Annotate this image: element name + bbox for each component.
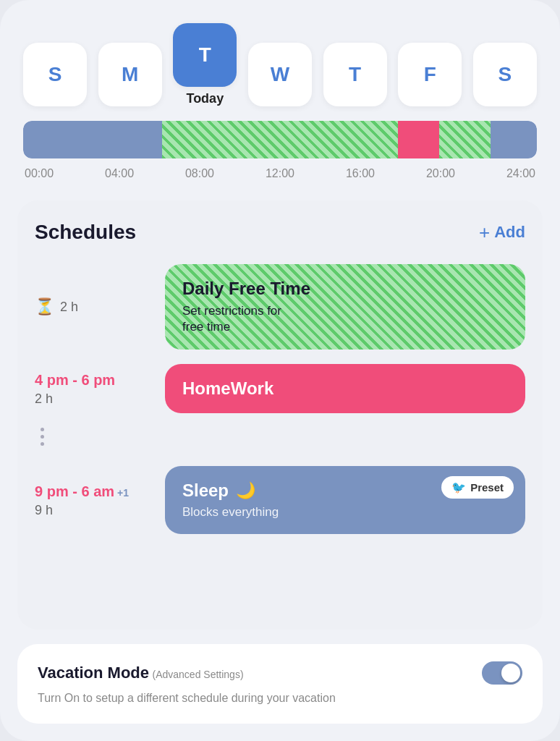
free-time-row: ⏳ 2 h (35, 297, 150, 316)
plus-one-badge: +1 (117, 487, 129, 499)
timeline-label-3: 12:00 (266, 167, 294, 180)
timeline-label-6: 24:00 (506, 167, 535, 180)
timeline-track (23, 121, 537, 158)
timeline-labels: 00:00 04:00 08:00 12:00 16:00 20:00 24:0… (23, 167, 537, 180)
day-selector: S M T Today W T F S (17, 23, 543, 106)
dots-decoration (41, 428, 44, 446)
timeline-sleep-left (23, 121, 162, 158)
vacation-header: Vacation Mode (Advanced Settings) (38, 661, 522, 685)
sleep-duration: 9 h (35, 503, 150, 518)
homework-duration: 2 h (35, 391, 150, 407)
moon-icon: 🌙 (236, 481, 255, 500)
day-today-wrapper: T Today (173, 23, 237, 106)
schedule-row-sleep: 9 pm - 6 am +1 9 h 🐦 Preset Sleep 🌙 Bloc… (35, 466, 525, 534)
preset-badge: 🐦 Preset (441, 476, 514, 499)
free-time-card[interactable]: Daily Free Time Set restrictions forfree… (165, 264, 525, 350)
schedule-time-free: ⏳ 2 h (35, 297, 150, 316)
timeline-free-right (439, 121, 491, 158)
schedules-header: Schedules + Add (35, 221, 525, 244)
bird-icon: 🐦 (451, 480, 466, 494)
timeline-label-4: 16:00 (346, 167, 375, 180)
vacation-title-group: Vacation Mode (Advanced Settings) (38, 664, 244, 682)
vacation-title: Vacation Mode (38, 664, 149, 682)
add-label: Add (494, 223, 525, 242)
app-container: S M T Today W T F S 00:00 04:00 08:00 12… (0, 0, 560, 741)
timeline-bar (23, 121, 537, 158)
sleep-subtitle: Blocks everything (182, 505, 508, 520)
schedule-items: ⏳ 2 h Daily Free Time Set restrictions f… (35, 264, 525, 534)
vacation-section: Vacation Mode (Advanced Settings) Turn O… (17, 644, 543, 724)
sleep-time: 9 pm - 6 am (35, 483, 114, 500)
day-sunday-1[interactable]: S (23, 43, 87, 106)
timeline-homework (398, 121, 439, 158)
dotted-separator (35, 428, 525, 452)
dot-2 (41, 435, 44, 439)
day-wednesday[interactable]: W (248, 43, 312, 106)
schedule-time-homework: 4 pm - 6 pm 2 h (35, 371, 150, 407)
sleep-card[interactable]: 🐦 Preset Sleep 🌙 Blocks everything (165, 466, 525, 534)
free-duration: 2 h (60, 300, 78, 315)
dot-1 (41, 428, 44, 431)
schedules-section: Schedules + Add ⏳ 2 h Daily Free Time Se… (17, 200, 543, 630)
timeline-free-left (162, 121, 399, 158)
vacation-subtitle: (Advanced Settings) (153, 669, 244, 680)
timeline-label-1: 04:00 (105, 167, 134, 180)
sleep-time-row: 9 pm - 6 am +1 (35, 483, 150, 500)
dot-3 (41, 442, 44, 446)
preset-label: Preset (470, 481, 504, 494)
day-friday[interactable]: F (398, 43, 462, 106)
day-saturday[interactable]: S (473, 43, 537, 106)
free-time-title: Daily Free Time (182, 279, 508, 299)
homework-title: HomeWork (182, 378, 508, 399)
schedule-row-homework: 4 pm - 6 pm 2 h HomeWork (35, 364, 525, 413)
timeline-label-5: 20:00 (426, 167, 455, 180)
today-label: Today (186, 91, 224, 106)
vacation-toggle[interactable] (482, 661, 522, 685)
schedule-time-sleep: 9 pm - 6 am +1 9 h (35, 483, 150, 518)
add-schedule-button[interactable]: + Add (479, 223, 525, 242)
sleep-title: Sleep (182, 480, 229, 501)
vacation-description: Turn On to setup a different schedule du… (38, 690, 522, 706)
schedules-title: Schedules (35, 221, 136, 244)
day-thursday[interactable]: T (323, 43, 387, 106)
timeline-section: 00:00 04:00 08:00 12:00 16:00 20:00 24:0… (17, 121, 543, 180)
hourglass-icon: ⏳ (35, 297, 54, 316)
homework-card[interactable]: HomeWork (165, 364, 525, 413)
timeline-sleep-right (491, 121, 537, 158)
day-tuesday[interactable]: T (173, 23, 237, 87)
timeline-label-2: 08:00 (185, 167, 214, 180)
toggle-knob (501, 664, 520, 682)
schedule-row-free: ⏳ 2 h Daily Free Time Set restrictions f… (35, 264, 525, 350)
homework-time: 4 pm - 6 pm (35, 371, 150, 389)
plus-icon: + (479, 223, 490, 242)
timeline-label-0: 00:00 (25, 167, 54, 180)
day-monday[interactable]: M (98, 43, 162, 106)
free-time-subtitle: Set restrictions forfree time (182, 303, 508, 335)
